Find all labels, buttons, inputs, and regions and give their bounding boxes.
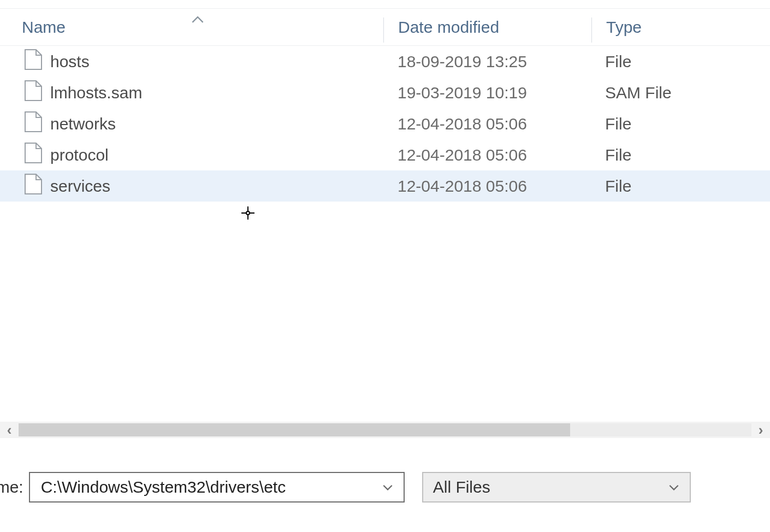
file-icon — [24, 80, 43, 105]
scroll-left-arrow-icon[interactable]: ‹ — [0, 422, 19, 438]
filename-input[interactable] — [40, 477, 382, 497]
chevron-down-icon[interactable] — [668, 481, 680, 493]
file-name-cell: lmhosts.sam — [0, 80, 383, 105]
filename-label: ame: — [0, 478, 29, 496]
file-name-cell: protocol — [0, 142, 383, 168]
column-header-row: Name Date modified Type — [0, 9, 770, 46]
column-header-name-label: Name — [22, 18, 66, 36]
file-type-cell: File — [591, 52, 770, 71]
file-date-cell: 12-04-2018 05:06 — [383, 177, 591, 196]
file-type-filter[interactable]: All Files — [422, 472, 691, 503]
file-type-cell: SAM File — [591, 84, 770, 102]
chevron-down-icon[interactable] — [382, 481, 394, 493]
file-name-label: services — [50, 177, 110, 196]
file-name-label: hosts — [50, 52, 90, 71]
filename-combobox[interactable] — [29, 472, 405, 503]
file-name-cell: hosts — [0, 49, 383, 74]
file-date-cell: 18-09-2019 13:25 — [383, 52, 591, 71]
file-icon — [24, 173, 43, 199]
crosshair-cursor-icon — [241, 206, 254, 220]
file-row[interactable]: protocol12-04-2018 05:06File — [0, 139, 770, 170]
file-date-cell: 12-04-2018 05:06 — [383, 146, 591, 164]
column-header-name[interactable]: Name — [0, 18, 383, 37]
file-type-cell: File — [591, 146, 770, 164]
column-header-type-label: Type — [606, 18, 642, 36]
horizontal-scrollbar[interactable]: ‹ › — [0, 422, 770, 438]
file-name-cell: services — [0, 173, 383, 199]
file-icon — [24, 111, 43, 137]
file-date-cell: 19-03-2019 10:19 — [383, 84, 591, 102]
scrollbar-thumb[interactable] — [19, 423, 570, 436]
file-name-label: lmhosts.sam — [50, 84, 142, 102]
column-header-date-label: Date modified — [398, 18, 499, 36]
file-icon — [24, 49, 43, 74]
file-name-cell: networks — [0, 111, 383, 137]
scroll-right-arrow-icon[interactable]: › — [751, 422, 770, 438]
file-row[interactable]: services12-04-2018 05:06File — [0, 170, 770, 202]
file-type-cell: File — [591, 115, 770, 133]
file-type-filter-label: All Files — [433, 478, 668, 496]
file-name-label: networks — [50, 115, 116, 133]
svg-point-4 — [246, 211, 250, 215]
column-header-date[interactable]: Date modified — [384, 18, 591, 37]
file-icon — [24, 142, 43, 168]
scrollbar-track[interactable] — [19, 423, 751, 436]
file-name-label: protocol — [50, 146, 109, 164]
file-list: hosts18-09-2019 13:25Filelmhosts.sam19-0… — [0, 46, 770, 202]
file-type-cell: File — [591, 177, 770, 196]
file-date-cell: 12-04-2018 05:06 — [383, 115, 591, 133]
column-header-type[interactable]: Type — [592, 18, 770, 37]
open-dialog-footer: ame: All Files — [0, 471, 770, 504]
toolbar-strip — [0, 0, 770, 9]
file-row[interactable]: hosts18-09-2019 13:25File — [0, 46, 770, 77]
file-row[interactable]: lmhosts.sam19-03-2019 10:19SAM File — [0, 77, 770, 108]
file-row[interactable]: networks12-04-2018 05:06File — [0, 108, 770, 139]
sort-asc-icon — [191, 15, 204, 25]
